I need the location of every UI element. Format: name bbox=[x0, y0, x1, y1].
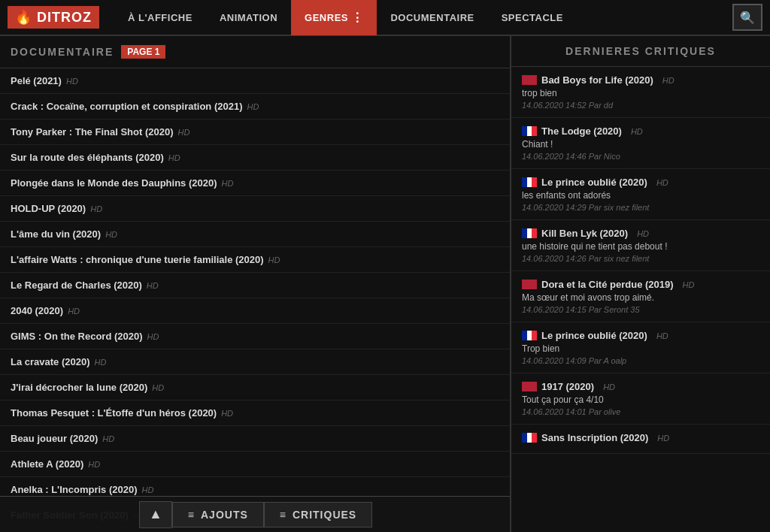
hd-badge: HD bbox=[168, 153, 180, 162]
movie-item[interactable]: GIMS : On the Record (2020)HD bbox=[0, 324, 510, 349]
scroll-up-button[interactable]: ▲ bbox=[139, 501, 172, 528]
critique-text: Ma sœur et moi avons trop aimé. bbox=[522, 292, 759, 303]
movie-title: Beau joueur (2020) bbox=[11, 433, 98, 444]
movie-title: Anelka : L'Incompris (2020) bbox=[11, 484, 138, 495]
movie-item[interactable]: L'âme du vin (2020)HD bbox=[0, 222, 510, 247]
hd-badge: HD bbox=[95, 358, 107, 367]
right-panel: DERNIERES CRITIQUES Bad Boys for Life (2… bbox=[511, 36, 770, 532]
hd-badge: HD bbox=[637, 229, 649, 238]
critique-text: les enfants ont adorés bbox=[522, 190, 759, 201]
hd-badge: HD bbox=[105, 230, 117, 239]
critique-item: Sans Inscription (2020) HD bbox=[511, 425, 770, 454]
hd-badge: HD bbox=[683, 280, 695, 289]
hd-badge: HD bbox=[222, 179, 234, 188]
hd-badge: HD bbox=[221, 409, 233, 418]
critique-meta: 14.06.2020 14:26 Par six nez filent bbox=[522, 254, 759, 263]
movie-item[interactable]: Sur la route des éléphants (2020)HD bbox=[0, 145, 510, 171]
header: 🔥 DITROZ À L'AFFICHE ANIMATION GENRES ⋮ … bbox=[0, 0, 770, 36]
movie-item[interactable]: Beau joueur (2020)HD bbox=[0, 426, 510, 452]
hd-badge: HD bbox=[656, 331, 668, 340]
country-flag-icon bbox=[522, 75, 537, 85]
critique-item: Le prince oublié (2020) HD les enfants o… bbox=[511, 169, 770, 220]
movie-list: Pelé (2021)HDCrack : Cocaïne, corruption… bbox=[0, 68, 510, 532]
critique-item: Kill Ben Lyk (2020) HD une histoire qui … bbox=[511, 220, 770, 271]
ajouts-list-icon: ≡ bbox=[188, 509, 195, 521]
country-flag-icon bbox=[522, 177, 537, 187]
movie-title: La cravate (2020) bbox=[11, 356, 90, 367]
critique-text: Tout ça pour ça 4/10 bbox=[522, 394, 759, 405]
search-button[interactable]: 🔍 bbox=[732, 4, 762, 31]
movie-title: Plongée dans le Monde des Dauphins (2020… bbox=[11, 177, 217, 189]
page-badge: PAGE 1 bbox=[121, 45, 165, 59]
movie-item[interactable]: Tony Parker : The Final Shot (2020)HD bbox=[0, 119, 510, 145]
country-flag-icon bbox=[522, 280, 537, 289]
movie-item[interactable]: Thomas Pesquet : L'Étoffe d'un héros (20… bbox=[0, 401, 510, 426]
logo-text: DITROZ bbox=[37, 10, 92, 26]
critique-movie-header: Sans Inscription (2020) HD bbox=[522, 432, 759, 443]
hd-badge: HD bbox=[603, 382, 615, 391]
bottom-bar: ▲ ≡ AJOUTS ≡ CRITIQUES bbox=[0, 496, 511, 532]
critique-meta: 14.06.2020 14:52 Par dd bbox=[522, 101, 759, 110]
critique-title[interactable]: Kill Ben Lyk (2020) bbox=[541, 228, 628, 239]
movie-item[interactable]: La cravate (2020)HD bbox=[0, 349, 510, 375]
flame-icon: 🔥 bbox=[15, 9, 32, 26]
movie-title: Tony Parker : The Final Shot (2020) bbox=[11, 126, 173, 138]
hd-badge: HD bbox=[142, 485, 154, 494]
movie-title: Athlete A (2020) bbox=[11, 458, 83, 470]
nav-item-animation[interactable]: ANIMATION bbox=[206, 0, 291, 35]
main-nav: À L'AFFICHE ANIMATION GENRES ⋮ DOCUMENTA… bbox=[114, 0, 732, 35]
movie-item[interactable]: J'irai décrocher la lune (2020)HD bbox=[0, 375, 510, 401]
nav-item-spectacle[interactable]: SPECTACLE bbox=[488, 0, 577, 35]
left-panel: DOCUMENTAIRE PAGE 1 Pelé (2021)HDCrack :… bbox=[0, 36, 511, 532]
movie-item[interactable]: Athlete A (2020)HD bbox=[0, 452, 510, 477]
hd-badge: HD bbox=[631, 127, 643, 136]
critique-movie-header: 1917 (2020) HD bbox=[522, 381, 759, 392]
movie-title: Crack : Cocaïne, corruption et conspirat… bbox=[11, 101, 242, 112]
logo[interactable]: 🔥 DITROZ bbox=[8, 6, 99, 29]
critique-meta: 14.06.2020 14:01 Par olive bbox=[522, 407, 759, 416]
critique-title[interactable]: Dora et la Cité perdue (2019) bbox=[541, 279, 674, 290]
hd-badge: HD bbox=[147, 332, 159, 341]
left-panel-header: DOCUMENTAIRE PAGE 1 bbox=[0, 36, 510, 68]
critique-title[interactable]: Le prince oublié (2020) bbox=[541, 330, 647, 341]
nav-item-affiche[interactable]: À L'AFFICHE bbox=[114, 0, 206, 35]
movie-item[interactable]: Crack : Cocaïne, corruption et conspirat… bbox=[0, 94, 510, 119]
critiques-button[interactable]: ≡ CRITIQUES bbox=[264, 502, 372, 527]
movie-title: Le Regard de Charles (2020) bbox=[11, 280, 142, 291]
movie-item[interactable]: Pelé (2021)HD bbox=[0, 68, 510, 94]
critique-item: 1917 (2020) HD Tout ça pour ça 4/10 14.0… bbox=[511, 373, 770, 425]
critique-title[interactable]: Bad Boys for Life (2020) bbox=[541, 74, 653, 86]
critique-meta: 14.06.2020 14:09 Par A oalp bbox=[522, 356, 759, 365]
critique-movie-header: Le prince oublié (2020) HD bbox=[522, 177, 759, 188]
critique-title[interactable]: 1917 (2020) bbox=[541, 381, 594, 392]
right-panel-header: DERNIERES CRITIQUES bbox=[511, 36, 770, 67]
movie-title: Pelé (2021) bbox=[11, 75, 62, 86]
hd-badge: HD bbox=[66, 77, 78, 86]
critique-title[interactable]: Sans Inscription (2020) bbox=[541, 432, 648, 443]
critique-title[interactable]: The Lodge (2020) bbox=[541, 125, 622, 137]
critique-item: Le prince oublié (2020) HD Trop bien 14.… bbox=[511, 322, 770, 373]
country-flag-icon bbox=[522, 382, 537, 391]
critique-item: Dora et la Cité perdue (2019) HD Ma sœur… bbox=[511, 271, 770, 322]
critique-movie-header: Dora et la Cité perdue (2019) HD bbox=[522, 279, 759, 290]
nav-item-documentaire[interactable]: DOCUMENTAIRE bbox=[377, 0, 487, 35]
movie-item[interactable]: L'affaire Watts : chronique d'une tuerie… bbox=[0, 247, 510, 273]
movie-item[interactable]: Le Regard de Charles (2020)HD bbox=[0, 273, 510, 298]
critique-title[interactable]: Le prince oublié (2020) bbox=[541, 177, 647, 188]
hd-badge: HD bbox=[90, 204, 102, 213]
nav-item-genres[interactable]: GENRES ⋮ bbox=[291, 0, 377, 35]
hd-badge: HD bbox=[662, 76, 675, 85]
movie-item[interactable]: HOLD-UP (2020)HD bbox=[0, 196, 510, 222]
hd-badge: HD bbox=[247, 102, 259, 111]
section-title: DOCUMENTAIRE bbox=[11, 46, 114, 58]
ajouts-button[interactable]: ≡ AJOUTS bbox=[172, 502, 264, 527]
critique-movie-header: Kill Ben Lyk (2020) HD bbox=[522, 228, 759, 239]
hd-badge: HD bbox=[657, 434, 669, 443]
critique-meta: 14.06.2020 14:15 Par Seront 35 bbox=[522, 305, 759, 314]
critique-movie-header: Bad Boys for Life (2020) HD bbox=[522, 74, 759, 86]
movie-item[interactable]: Plongée dans le Monde des Dauphins (2020… bbox=[0, 171, 510, 196]
critique-movie-header: The Lodge (2020) HD bbox=[522, 125, 759, 137]
movie-item[interactable]: 2040 (2020)HD bbox=[0, 298, 510, 324]
country-flag-icon bbox=[522, 228, 537, 238]
country-flag-icon bbox=[522, 126, 537, 136]
